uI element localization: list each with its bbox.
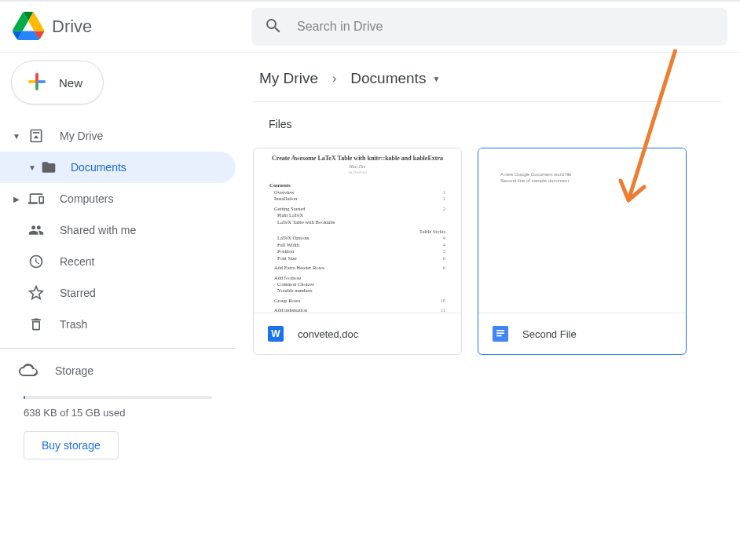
storage-section: Storage 638 KB of 15 GB used Buy storage	[0, 360, 236, 459]
divider	[253, 101, 721, 102]
breadcrumb: My Drive › Documents ▼	[253, 67, 721, 90]
caret-right-icon[interactable]: ▶	[11, 195, 22, 203]
storage-bar-fill	[24, 396, 25, 399]
sidebar-item-label: Computers	[60, 192, 113, 205]
search-icon	[264, 16, 283, 38]
file-name: conveted.doc	[298, 328, 358, 340]
storage-label: Storage	[55, 364, 93, 377]
caret-down-icon[interactable]: ▼	[11, 132, 22, 141]
storage-usage-text: 638 KB of 15 GB used	[24, 407, 212, 419]
breadcrumb-root[interactable]: My Drive	[253, 67, 324, 90]
dropdown-icon: ▼	[432, 75, 440, 83]
buy-storage-button[interactable]: Buy storage	[24, 431, 119, 459]
logo-area[interactable]: Drive	[13, 10, 251, 44]
sidebar-item-documents[interactable]: ▼ Documents	[0, 152, 236, 183]
sidebar-item-label: My Drive	[60, 130, 103, 142]
sidebar-item-label: Documents	[71, 161, 126, 174]
file-card-footer: W conveted.doc	[254, 313, 461, 354]
nav: ▼ My Drive ▼ Documents ▶ Computers	[0, 120, 236, 340]
body: New ▼ My Drive ▼ Documents ▶	[0, 52, 740, 560]
search-input[interactable]	[297, 20, 715, 34]
sidebar-item-label: Shared with me	[60, 224, 136, 236]
file-card[interactable]: A new Google Document word file Second l…	[478, 148, 687, 355]
sidebar-item-computers[interactable]: ▶ Computers	[0, 183, 228, 214]
preview-author: Hao Zhu	[269, 164, 445, 170]
sidebar: New ▼ My Drive ▼ Documents ▶	[0, 53, 236, 560]
drive-logo-icon	[13, 10, 44, 44]
caret-down-icon[interactable]: ▼	[27, 163, 38, 172]
preview-date: 2017-07-03	[269, 170, 445, 176]
storage-row[interactable]: Storage	[19, 360, 217, 382]
divider	[0, 348, 236, 349]
search-box[interactable]	[251, 8, 727, 46]
new-button-label: New	[59, 76, 82, 90]
sidebar-item-trash[interactable]: ▶ Trash	[0, 309, 228, 340]
file-card[interactable]: Create Awesome LaTeX Table with knitr::k…	[253, 148, 462, 355]
app-title: Drive	[52, 16, 92, 37]
shared-icon	[27, 221, 46, 240]
plus-icon	[24, 69, 49, 97]
sidebar-item-label: Recent	[60, 255, 94, 268]
star-icon	[27, 284, 46, 302]
preview-title: Create Awesome LaTeX Table with knitr::k…	[269, 155, 445, 163]
trash-icon	[27, 315, 46, 334]
folder-icon	[39, 158, 58, 177]
sidebar-item-starred[interactable]: ▶ Starred	[0, 277, 228, 309]
section-label: Files	[269, 118, 721, 130]
new-button[interactable]: New	[11, 60, 104, 104]
breadcrumb-current-label: Documents	[350, 70, 426, 87]
svg-rect-2	[496, 332, 504, 334]
header: Drive	[0, 2, 740, 52]
chevron-right-icon: ›	[328, 71, 341, 86]
file-thumbnail: Create Awesome LaTeX Table with knitr::k…	[254, 148, 461, 313]
file-card-footer: Second File	[478, 313, 686, 354]
breadcrumb-current[interactable]: Documents ▼	[344, 67, 446, 90]
file-thumbnail: A new Google Document word file Second l…	[478, 148, 686, 313]
recent-icon	[27, 252, 46, 271]
file-grid: Create Awesome LaTeX Table with knitr::k…	[253, 148, 721, 355]
computers-icon	[27, 189, 46, 208]
cloud-icon	[19, 361, 38, 382]
sidebar-item-my-drive[interactable]: ▼ My Drive	[0, 120, 228, 152]
sidebar-item-label: Starred	[60, 287, 96, 299]
svg-rect-1	[496, 330, 504, 331]
file-name: Second File	[522, 328, 577, 340]
sidebar-item-shared[interactable]: ▶ Shared with me	[0, 214, 228, 246]
svg-rect-3	[496, 335, 502, 337]
google-doc-icon	[493, 326, 508, 342]
main-content: My Drive › Documents ▼ Files Create Awes…	[236, 53, 740, 560]
my-drive-icon	[27, 126, 46, 145]
sidebar-item-recent[interactable]: ▶ Recent	[0, 246, 228, 277]
search-wrap	[251, 8, 740, 46]
word-file-icon: W	[268, 326, 284, 342]
sidebar-item-label: Trash	[60, 318, 87, 331]
storage-bar	[24, 396, 212, 399]
